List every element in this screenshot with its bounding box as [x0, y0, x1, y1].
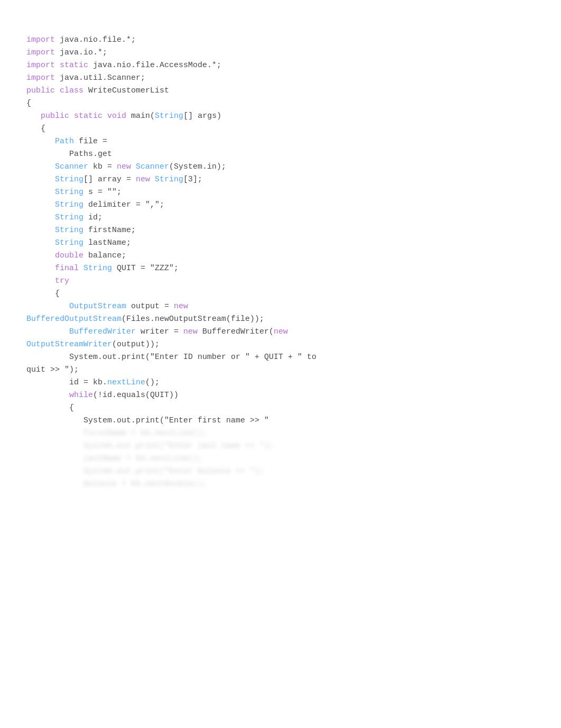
code-line-11: Scanner kb = new Scanner(System.in);	[26, 161, 535, 173]
code-line-16: String firstName;	[26, 224, 535, 237]
code-line-10: Paths.get	[26, 148, 535, 161]
code-line-14: String delimiter = ",";	[26, 199, 535, 211]
code-line-19: final String QUIT = "ZZZ";	[26, 262, 535, 275]
code-line-18: double balance;	[26, 250, 535, 262]
code-line-2: import java.io.*;	[26, 47, 535, 59]
code-line-28: id = kb.nextLine();	[26, 376, 535, 389]
code-line-8: {	[26, 123, 535, 135]
code-line-27: quit >> ");	[26, 364, 535, 376]
code-line-35: System.out.print("Enter balance >> ");	[26, 465, 535, 478]
code-line-34: lastName = kb.nextLine();	[26, 453, 535, 465]
code-line-12: String[] array = new String[3];	[26, 173, 535, 186]
code-line-17: String lastName;	[26, 237, 535, 250]
code-line-1: import java.nio.file.*;	[26, 34, 535, 47]
code-line-31: System.out.print("Enter first name >> "	[26, 414, 535, 427]
code-line-25: OutputStreamWriter(output));	[26, 338, 535, 351]
code-line-9: Path file =	[26, 135, 535, 148]
code-line-7: public static void main(String[] args)	[26, 110, 535, 123]
code-line-23: BufferedOutputStream(Files.newOutputStre…	[26, 313, 535, 326]
code-line-5: public class WriteCustomerList	[26, 85, 535, 97]
code-line-15: String id;	[26, 211, 535, 224]
code-line-29: while(!id.equals(QUIT))	[26, 389, 535, 402]
code-line-20: try	[26, 275, 535, 288]
code-line-4: import java.util.Scanner;	[26, 72, 535, 85]
code-line-30: {	[26, 402, 535, 414]
code-line-22: OutputStream output = new	[26, 300, 535, 313]
code-line-6: {	[26, 97, 535, 110]
code-line-24: BufferedWriter writer = new BufferedWrit…	[26, 326, 535, 338]
code-container: import java.nio.file.*;import java.io.*;…	[26, 21, 535, 491]
code-line-13: String s = "";	[26, 186, 535, 199]
code-line-26: System.out.print("Enter ID number or " +…	[26, 351, 535, 364]
code-line-36: balance = kb.nextDouble();	[26, 478, 535, 491]
code-line-33: System.out.print("Enter last name >> ");	[26, 440, 535, 453]
code-line-3: import static java.nio.file.AccessMode.*…	[26, 59, 535, 72]
code-line-21: {	[26, 288, 535, 300]
code-line-32: firstName = kb.nextLine();	[26, 427, 535, 440]
